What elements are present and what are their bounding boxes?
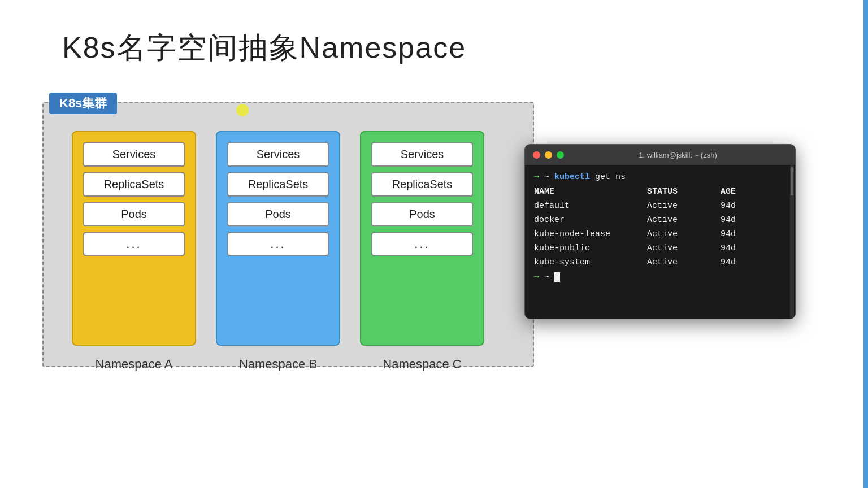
cmd-args: get ns — [595, 172, 626, 182]
cmd-kubectl: kubectl — [554, 172, 590, 182]
maximize-button[interactable] — [557, 151, 564, 159]
pods-c: Pods — [371, 202, 473, 226]
cluster-label: K8s集群 — [49, 93, 117, 114]
row-2-name: kube-node-lease — [534, 228, 647, 241]
row-0-status: Active — [647, 199, 721, 213]
minimize-button[interactable] — [545, 151, 552, 159]
row-0-name: default — [534, 199, 647, 213]
namespace-c-label: Namespace C — [360, 357, 484, 372]
table-row: kube-public Active 94d — [534, 242, 786, 255]
prompt2-tilde: ~ — [544, 272, 554, 282]
services-a: Services — [83, 142, 185, 167]
cluster-container: K8s集群 Services ReplicaSets Pods ... Name… — [42, 102, 534, 367]
row-4-status: Active — [647, 256, 721, 269]
terminal-scrollbar-thumb[interactable] — [791, 167, 793, 195]
row-3-status: Active — [647, 242, 721, 255]
row-1-status: Active — [647, 213, 721, 227]
row-3-age: 94d — [721, 242, 736, 255]
pods-a: Pods — [83, 202, 185, 226]
row-0-age: 94d — [721, 199, 736, 213]
table-row: kube-node-lease Active 94d — [534, 228, 786, 241]
prompt2-arrow: → — [534, 272, 539, 282]
more-c: ... — [371, 232, 473, 256]
terminal-body: → ~ kubectl get ns NAME STATUS AGE defau… — [525, 165, 795, 290]
namespace-b-label: Namespace B — [216, 357, 340, 372]
services-c: Services — [371, 142, 473, 167]
terminal-scrollbar[interactable] — [790, 165, 794, 319]
row-1-name: docker — [534, 213, 647, 227]
terminal-title: 1. william@jskill: ~ (zsh) — [568, 151, 787, 159]
terminal-titlebar: 1. william@jskill: ~ (zsh) — [525, 145, 795, 165]
table-row: docker Active 94d — [534, 213, 786, 227]
col-age: AGE — [721, 185, 736, 199]
more-b: ... — [227, 232, 329, 256]
col-name: NAME — [534, 185, 647, 199]
page-title: K8s名字空间抽象Namespace — [62, 28, 466, 68]
terminal-cursor — [554, 272, 560, 282]
namespace-a-label: Namespace A — [72, 357, 196, 372]
row-2-age: 94d — [721, 228, 736, 241]
replicasets-c: ReplicaSets — [371, 172, 473, 197]
row-4-name: kube-system — [534, 256, 647, 269]
col-status: STATUS — [647, 185, 721, 199]
namespace-a: Services ReplicaSets Pods ... — [72, 131, 196, 346]
table-row: default Active 94d — [534, 199, 786, 213]
pods-b: Pods — [227, 202, 329, 226]
terminal-command-line: → ~ kubectl get ns — [534, 171, 786, 184]
prompt-tilde: ~ — [544, 172, 554, 182]
services-b: Services — [227, 142, 329, 167]
close-button[interactable] — [533, 151, 540, 159]
row-1-age: 94d — [721, 213, 736, 227]
terminal-window: 1. william@jskill: ~ (zsh) → ~ kubectl g… — [524, 144, 796, 319]
row-4-age: 94d — [721, 256, 736, 269]
cursor-indicator — [236, 104, 249, 116]
row-2-status: Active — [647, 228, 721, 241]
more-a: ... — [83, 232, 185, 256]
table-row: kube-system Active 94d — [534, 256, 786, 269]
row-3-name: kube-public — [534, 242, 647, 255]
namespace-b: Services ReplicaSets Pods ... — [216, 131, 340, 346]
replicasets-b: ReplicaSets — [227, 172, 329, 197]
right-accent-bar — [863, 0, 868, 488]
table-header: NAME STATUS AGE — [534, 185, 786, 199]
terminal-prompt2: → ~ — [534, 271, 786, 284]
replicasets-a: ReplicaSets — [83, 172, 185, 197]
namespace-c: Services ReplicaSets Pods ... — [360, 131, 484, 346]
prompt-arrow: → — [534, 172, 539, 182]
